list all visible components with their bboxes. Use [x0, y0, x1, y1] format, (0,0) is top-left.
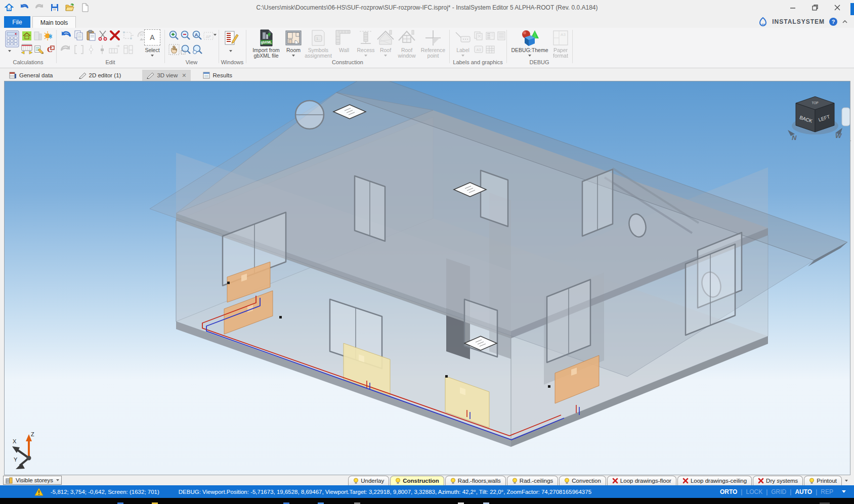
collapse-ribbon-icon[interactable]	[842, 19, 848, 25]
layer-tab-underlay[interactable]: Underlay	[348, 476, 389, 485]
toggles-dropdown-arrow[interactable]	[842, 490, 846, 493]
toggle-auto[interactable]: AUTO	[795, 488, 812, 495]
svg-text:A3: A3	[477, 48, 481, 52]
radiator-selection-button[interactable]	[20, 44, 33, 54]
copy-label-button[interactable]	[474, 31, 484, 41]
wall-button[interactable]: Wall	[333, 29, 355, 53]
import-gbxml-button[interactable]: gbXML Import from gbXML file	[250, 29, 282, 59]
heat-load-building-button[interactable]	[22, 31, 32, 41]
save-button[interactable]	[50, 3, 60, 13]
array-vertical-button[interactable]	[122, 44, 135, 55]
toggle-orto[interactable]: ORTO	[720, 488, 737, 495]
visible-storeys-button[interactable]: Visible storeys	[3, 476, 62, 485]
compass-n[interactable]: N	[792, 134, 797, 142]
close-tab-icon[interactable]: ✕	[182, 72, 186, 79]
scene-canvas[interactable]: BACK LEFT TOP N W X Y Z	[5, 81, 850, 475]
table-grid-button[interactable]	[485, 44, 495, 55]
view-dropdown-arrow[interactable]	[214, 34, 217, 36]
move-nodes-button[interactable]	[122, 30, 135, 40]
redo-ribbon-button[interactable]	[60, 44, 72, 55]
results-tables-button[interactable]	[34, 44, 44, 55]
array-horizontal-button[interactable]	[108, 44, 120, 55]
recess-button[interactable]: Recess	[356, 29, 376, 57]
roof-dropdown-arrow[interactable]	[384, 55, 387, 57]
layer-tab-dry-systems[interactable]: Dry systems	[753, 476, 803, 485]
side-panel-handle[interactable]	[842, 108, 850, 126]
viewport-3d[interactable]: BACK LEFT TOP N W X Y Z	[4, 81, 850, 475]
cooling-load-button[interactable]	[44, 31, 54, 41]
label-dropdown-arrow[interactable]	[461, 55, 464, 57]
navigation-cube[interactable]: BACK LEFT TOP N W	[788, 97, 842, 142]
toggle-lock[interactable]: LOCK	[746, 488, 762, 495]
layer-tab-rad-ceilings[interactable]: Rad.-ceilings	[507, 476, 558, 485]
insert-node-button[interactable]	[86, 44, 96, 55]
help-icon[interactable]: ?	[829, 17, 838, 26]
house-model[interactable]	[150, 81, 847, 447]
recess-dropdown-arrow[interactable]	[364, 55, 367, 57]
minimize-button[interactable]	[788, 3, 797, 12]
layer-tab-convection[interactable]: Convection	[559, 476, 606, 485]
tab-results[interactable]: Results	[199, 70, 236, 81]
layer-tab-construction[interactable]: Construction	[390, 476, 444, 485]
tab-main-tools[interactable]: Main tools	[32, 16, 76, 28]
roof-window-button[interactable]: Roof window	[395, 29, 418, 59]
undo-button[interactable]	[19, 3, 29, 13]
windows-dropdown-arrow[interactable]	[229, 50, 232, 52]
new-document-button[interactable]	[80, 3, 90, 13]
layer-tabs-chevron[interactable]	[843, 476, 850, 485]
cut-button[interactable]	[98, 30, 108, 40]
zoom-all-button[interactable]: A	[192, 30, 203, 40]
close-button[interactable]	[833, 3, 842, 12]
zoom-in-button[interactable]	[168, 30, 180, 40]
undo-ribbon-button[interactable]	[60, 30, 72, 40]
tab-2d-editor[interactable]: 2D editor (1)	[74, 70, 125, 81]
paste-button[interactable]	[86, 30, 96, 40]
compass-w[interactable]: W	[835, 132, 842, 140]
layer-tab-printout[interactable]: Printout	[804, 476, 842, 485]
legend-button[interactable]	[485, 31, 495, 41]
storeys-dropdown-arrow[interactable]	[56, 479, 59, 481]
tab-file[interactable]: File	[4, 16, 30, 28]
debug-theme-dropdown-arrow[interactable]	[528, 55, 531, 57]
zoom-out-button[interactable]	[180, 30, 191, 40]
edit-frame-button[interactable]	[74, 44, 84, 55]
layer-tab-loop-drawings-ceiling[interactable]: Loop drawings-ceiling	[677, 476, 752, 485]
reference-point-button[interactable]: Reference point	[419, 29, 447, 59]
building-structure-button[interactable]	[33, 31, 43, 41]
cube-face-top[interactable]: TOP	[812, 101, 818, 105]
debug-theme-button[interactable]: DEBUG:Theme	[514, 29, 545, 57]
app-logo-icon[interactable]	[4, 3, 14, 13]
tab-3d-view[interactable]: 3D view ✕	[142, 70, 190, 81]
room-button[interactable]: Room	[283, 29, 304, 57]
copy-button[interactable]	[74, 30, 84, 40]
label-button[interactable]: Label	[453, 29, 473, 57]
paper-format-button[interactable]: A3 Paper format	[549, 29, 572, 59]
open-button[interactable]	[65, 3, 75, 13]
warning-icon[interactable]	[34, 488, 44, 496]
layer-tab-rad-floors-walls[interactable]: Rad.-floors,walls	[445, 476, 506, 485]
pan-button[interactable]	[168, 44, 180, 55]
list-button[interactable]	[496, 31, 506, 41]
toggle-rep[interactable]: REP	[821, 488, 833, 495]
roof-button[interactable]: Roof	[376, 29, 395, 57]
redo-button[interactable]	[34, 3, 45, 13]
gbxml-icon: gbXML	[259, 29, 274, 47]
windows-list-button[interactable]	[223, 30, 239, 47]
tab-general-data[interactable]: General data	[5, 70, 57, 81]
delete-button[interactable]	[109, 30, 121, 40]
toggle-grid[interactable]: GRID	[771, 488, 786, 495]
zoom-previous-button[interactable]	[192, 44, 203, 55]
split-node-button[interactable]	[97, 44, 107, 55]
select-dropdown-arrow[interactable]	[151, 55, 154, 57]
layer-tab-loop-drawings-floor[interactable]: Loop drawings-floor	[607, 476, 676, 485]
zoom-window-button[interactable]	[180, 44, 191, 55]
symbols-assignment-button[interactable]: 1.. Symbols assignment	[304, 29, 332, 59]
paper-a3-mini-button[interactable]: A3	[474, 44, 484, 55]
delta-p-button[interactable]: ΔP	[203, 31, 214, 41]
room-dropdown-arrow[interactable]	[292, 55, 295, 57]
select-button[interactable]: A Select	[143, 29, 161, 57]
restore-button[interactable]	[810, 3, 820, 12]
calculate-button[interactable]	[4, 30, 20, 48]
calculations-dropdown-arrow[interactable]	[8, 50, 11, 52]
calculation-options-button[interactable]: C	[45, 44, 55, 55]
